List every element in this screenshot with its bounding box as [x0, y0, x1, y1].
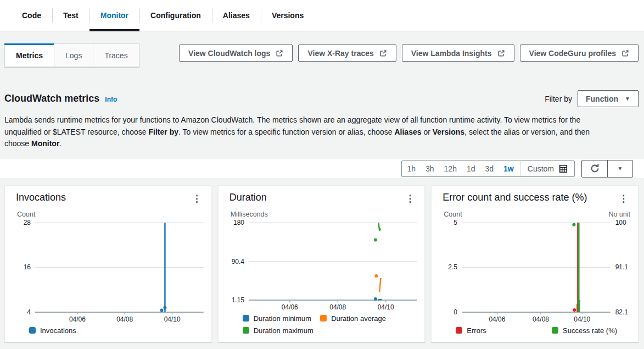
- legend-label: Success rate (%): [563, 326, 617, 335]
- svg-text:04/08: 04/08: [116, 315, 133, 323]
- external-link-icon: [621, 49, 629, 57]
- metrics-heading-row: CloudWatch metrics Info Filter by Functi…: [4, 90, 639, 107]
- chart-title: Invocations: [16, 192, 66, 203]
- kebab-menu-icon[interactable]: ⋮: [614, 192, 632, 206]
- external-link-buttons: View CloudWatch logs View X-Ray traces V…: [179, 45, 639, 62]
- left-axis-unit-label: Count: [444, 210, 462, 218]
- chart-header: Error count and success rate (%)⋮: [432, 186, 638, 206]
- legend-color-chip: [29, 327, 36, 334]
- tab-code[interactable]: Code: [11, 0, 52, 31]
- view-codeguru-profiles-button[interactable]: View CodeGuru profiles: [520, 45, 639, 62]
- refresh-icon: [590, 163, 600, 174]
- custom-range-button[interactable]: Custom: [520, 161, 574, 176]
- tab-configuration[interactable]: Configuration: [139, 0, 212, 31]
- range-1w[interactable]: 1w: [499, 164, 519, 173]
- legend-item-invocations[interactable]: Invocations: [29, 326, 76, 335]
- refresh-button[interactable]: [582, 160, 607, 177]
- custom-range-label: Custom: [528, 164, 554, 173]
- svg-text:180: 180: [233, 219, 244, 226]
- svg-text:28: 28: [24, 219, 31, 226]
- chart-legend: Invocations: [5, 325, 211, 342]
- svg-text:1.15: 1.15: [231, 296, 244, 303]
- chart-header: Invocations⋮: [5, 186, 211, 206]
- tab-aliases[interactable]: Aliases: [212, 0, 261, 31]
- chart-plot: 52.5010091.182.104/0604/0804/10: [432, 218, 638, 325]
- legend-item-errors[interactable]: Errors: [456, 326, 552, 335]
- range-1h[interactable]: 1h: [402, 164, 421, 173]
- calendar-icon: [559, 164, 568, 173]
- chart-card-duration: Duration⋮Milliseconds18090.41.1504/0604/…: [218, 185, 425, 342]
- axis-unit-labels: Count: [5, 206, 211, 218]
- chart-legend: Duration minimumDuration averageDuration…: [219, 313, 425, 342]
- range-12h[interactable]: 12h: [439, 164, 462, 173]
- legend-label: Duration maximum: [254, 326, 313, 335]
- info-link[interactable]: Info: [105, 96, 117, 103]
- function-tab-bar: CodeTestMonitorConfigurationAliasesVersi…: [0, 0, 644, 31]
- legend-color-chip: [243, 315, 249, 322]
- svg-text:82.1: 82.1: [615, 308, 629, 315]
- button-label: View Lambda Insights: [411, 49, 492, 58]
- chart-header: Duration⋮: [219, 186, 425, 206]
- svg-text:16: 16: [24, 263, 31, 271]
- chevron-down-icon: ▼: [625, 96, 630, 102]
- subtabs-and-actions-row: MetricsLogsTraces View CloudWatch logs V…: [4, 43, 639, 67]
- external-link-icon: [379, 49, 387, 57]
- svg-text:04/06: 04/06: [489, 315, 506, 323]
- left-axis-unit-label: Count: [17, 210, 35, 218]
- axis-unit-labels: Milliseconds: [219, 206, 425, 218]
- subtab-traces[interactable]: Traces: [93, 44, 138, 67]
- legend-label: Errors: [467, 326, 486, 335]
- page-title: CloudWatch metrics: [4, 93, 99, 104]
- view-cloudwatch-logs-button[interactable]: View CloudWatch logs: [179, 45, 293, 62]
- legend-item-duration-minimum[interactable]: Duration minimum: [243, 314, 311, 323]
- filter-function-value: Function: [586, 95, 618, 103]
- filter-by-label: Filter by: [545, 95, 572, 103]
- svg-text:5: 5: [454, 219, 458, 226]
- button-label: View CloudWatch logs: [188, 49, 270, 58]
- tab-bar-tabs: CodeTestMonitorConfigurationAliasesVersi…: [11, 0, 315, 31]
- view-x-ray-traces-button[interactable]: View X-Ray traces: [298, 45, 396, 62]
- tab-versions[interactable]: Versions: [261, 0, 315, 31]
- svg-text:100: 100: [615, 219, 626, 226]
- legend-item-duration-maximum[interactable]: Duration maximum: [243, 326, 313, 335]
- refresh-options-dropdown[interactable]: ▼: [607, 160, 632, 177]
- chart-plot: 2816404/0604/0804/10: [5, 218, 211, 325]
- range-1d[interactable]: 1d: [462, 164, 480, 173]
- chart-card-invocations: Invocations⋮Count2816404/0604/0804/10Inv…: [4, 185, 212, 342]
- legend-color-chip: [243, 327, 249, 334]
- tab-test[interactable]: Test: [52, 0, 89, 31]
- kebab-menu-icon[interactable]: ⋮: [401, 192, 419, 206]
- button-label: View X-Ray traces: [307, 49, 373, 58]
- tab-monitor[interactable]: Monitor: [89, 0, 139, 31]
- legend-item-duration-average[interactable]: Duration average: [320, 314, 386, 323]
- svg-text:04/06: 04/06: [69, 315, 86, 323]
- chart-plot: 18090.41.1504/0604/0804/10: [219, 218, 425, 313]
- svg-text:90.4: 90.4: [231, 257, 244, 265]
- metrics-heading: CloudWatch metrics Info: [4, 93, 117, 104]
- time-range-toolbar: 1h3h12h1d3d1wCustom ▼: [0, 159, 644, 178]
- kebab-menu-icon[interactable]: ⋮: [188, 192, 206, 206]
- monitor-subtabs: MetricsLogsTraces: [4, 43, 139, 67]
- subtab-logs[interactable]: Logs: [54, 44, 93, 67]
- chart-card-error-count-and-success-rate: Error count and success rate (%)⋮CountNo…: [431, 185, 639, 342]
- svg-text:2.5: 2.5: [449, 263, 458, 271]
- filter-function-dropdown[interactable]: Function ▼: [578, 90, 639, 107]
- svg-text:04/08: 04/08: [533, 315, 549, 323]
- legend-label: Invocations: [40, 326, 76, 335]
- svg-text:04/10: 04/10: [164, 315, 181, 323]
- filter-by-control: Filter by Function ▼: [545, 90, 639, 107]
- button-label: View CodeGuru profiles: [529, 49, 616, 58]
- svg-text:04/10: 04/10: [574, 315, 591, 323]
- svg-text:04/08: 04/08: [329, 303, 346, 311]
- view-lambda-insights-button[interactable]: View Lambda Insights: [402, 45, 514, 62]
- time-range-group: 1h3h12h1d3d1wCustom: [401, 160, 575, 177]
- refresh-button-group: ▼: [581, 160, 633, 178]
- external-link-icon: [497, 49, 505, 57]
- legend-label: Duration average: [331, 314, 386, 323]
- range-3d[interactable]: 3d: [480, 164, 499, 173]
- legend-item-success-rate[interactable]: Success rate (%): [552, 326, 630, 335]
- range-3h[interactable]: 3h: [421, 164, 439, 173]
- right-axis-unit-label: No unit: [608, 210, 630, 218]
- subtab-metrics[interactable]: Metrics: [5, 44, 54, 67]
- metrics-description: Lambda sends runtime metrics for your fu…: [4, 114, 639, 150]
